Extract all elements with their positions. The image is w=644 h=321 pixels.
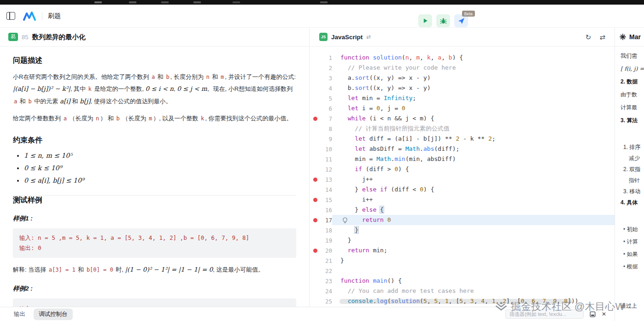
breakpoint-gutter[interactable] xyxy=(310,245,320,256)
code-text[interactable]: return min; xyxy=(332,245,615,256)
code-text[interactable]: if (diff > 0) { xyxy=(332,164,615,174)
breakpoint-gutter[interactable] xyxy=(310,164,320,174)
breakpoint-gutter[interactable] xyxy=(310,296,320,306)
line-number[interactable]: 24 xyxy=(320,288,332,295)
code-line[interactable]: 5 let min = Infinity; xyxy=(310,93,615,103)
breakpoint-gutter[interactable] xyxy=(310,174,320,184)
line-number[interactable]: 21 xyxy=(320,257,332,264)
close-panel-icon[interactable]: ✕ xyxy=(602,311,606,317)
code-text[interactable]: b.sort((x, y) => x - y) xyxy=(332,83,615,93)
code-text[interactable]: i++ xyxy=(332,195,615,205)
breakpoint-gutter[interactable] xyxy=(310,144,320,154)
code-text[interactable]: while (i < n && j < m) { xyxy=(332,113,615,124)
line-number[interactable]: 11 xyxy=(320,156,332,163)
code-text[interactable]: } xyxy=(332,256,615,266)
code-line[interactable]: 2 // Please write your code here xyxy=(310,63,615,73)
code-lines[interactable]: 1function solution(n, m, k, a, b) {2 // … xyxy=(310,47,615,307)
code-line[interactable]: 24 // You can add more test cases here xyxy=(310,286,615,296)
breakpoint-gutter[interactable] xyxy=(310,124,320,134)
line-number[interactable]: 25 xyxy=(320,298,332,305)
tab-debug-console[interactable]: 调试控制台 xyxy=(34,309,73,320)
line-number[interactable]: 5 xyxy=(320,95,332,102)
breakpoint-gutter[interactable] xyxy=(310,53,320,63)
breakpoint-gutter[interactable] xyxy=(310,93,320,103)
breakpoint-gutter[interactable] xyxy=(310,184,320,195)
line-number[interactable]: 18 xyxy=(320,227,332,234)
line-number[interactable]: 12 xyxy=(320,166,332,173)
code-line[interactable]: 14 } else if (diff < 0) { xyxy=(310,184,615,195)
code-text[interactable]: } else { xyxy=(332,205,615,215)
breakpoint-gutter[interactable] xyxy=(310,63,320,73)
breakpoint-gutter[interactable] xyxy=(310,215,320,225)
code-text[interactable]: function solution(n, m, k, a, b) { xyxy=(332,53,615,63)
line-number[interactable]: 8 xyxy=(320,125,332,132)
breakpoint-gutter[interactable] xyxy=(310,103,320,113)
code-text[interactable]: // 计算当前指针所指元素的公式值 xyxy=(332,124,615,134)
code-text[interactable] xyxy=(332,266,615,276)
line-number[interactable]: 22 xyxy=(320,268,332,274)
code-text[interactable]: return 0 xyxy=(332,215,615,225)
breakpoint-gutter[interactable] xyxy=(310,113,320,124)
language-switch-icon[interactable]: ⇄ xyxy=(366,34,371,40)
code-line[interactable]: 21} xyxy=(310,256,615,266)
breakpoint-gutter[interactable] xyxy=(310,235,320,245)
line-number[interactable]: 13 xyxy=(320,176,332,183)
code-line[interactable]: 4 b.sort((x, y) => x - y) xyxy=(310,83,615,93)
language-selector[interactable]: JavaScript xyxy=(331,34,363,41)
code-text[interactable]: let absDiff = Math.abs(diff); xyxy=(332,144,615,154)
line-number[interactable]: 19 xyxy=(320,237,332,244)
line-number[interactable]: 7 xyxy=(320,115,332,122)
code-line[interactable]: 3 a.sort((x, y) => x - y) xyxy=(310,73,615,83)
breakpoint-gutter[interactable] xyxy=(310,266,320,276)
code-text[interactable]: } xyxy=(332,225,615,235)
console-filter-input[interactable] xyxy=(505,309,584,319)
code-line[interactable]: 1function solution(n, m, k, a, b) { xyxy=(310,53,615,63)
line-number[interactable]: 14 xyxy=(320,186,332,193)
code-line[interactable]: 20 return min; xyxy=(310,245,615,256)
code-text[interactable]: // You can add more test cases here xyxy=(332,286,615,296)
code-line[interactable]: 19 } xyxy=(310,235,615,245)
breakpoint-dot[interactable] xyxy=(313,178,317,182)
code-line[interactable]: 9 let diff = (a[i] - b[j]) ** 2 - k ** 2… xyxy=(310,134,615,144)
breakpoint-gutter[interactable] xyxy=(310,256,320,266)
breakpoint-gutter[interactable] xyxy=(310,134,320,144)
line-number[interactable]: 6 xyxy=(320,105,332,112)
code-text[interactable]: function main() { xyxy=(332,276,615,286)
code-text[interactable]: min = Math.min(min, absDiff) xyxy=(332,154,615,164)
breakpoint-dot[interactable] xyxy=(313,117,317,121)
line-number[interactable]: 4 xyxy=(320,85,332,92)
code-line[interactable]: 6 let i = 0, j = 0 xyxy=(310,103,615,113)
code-line[interactable]: 7 while (i < n && j < m) { xyxy=(310,113,615,124)
code-line[interactable]: 13 j++ xyxy=(310,174,615,184)
code-line[interactable]: 23function main() { xyxy=(310,276,615,286)
sidebar-toggle-icon[interactable] xyxy=(6,12,15,20)
code-text[interactable]: } xyxy=(332,235,615,245)
breakpoint-gutter[interactable] xyxy=(310,83,320,93)
code-line[interactable]: 16 } else { xyxy=(310,205,615,215)
code-text[interactable]: } else if (diff < 0) { xyxy=(332,184,615,195)
line-number[interactable]: 15 xyxy=(320,196,332,203)
code-text[interactable]: j++ xyxy=(332,174,615,184)
breakpoint-gutter[interactable] xyxy=(310,286,320,296)
line-number[interactable]: 16 xyxy=(320,207,332,214)
code-line[interactable]: 15 i++ xyxy=(310,195,615,205)
code-line[interactable]: 12 if (diff > 0) { xyxy=(310,164,615,174)
reset-code-icon[interactable]: ↻ xyxy=(585,34,591,41)
compare-code-icon[interactable]: ⇄ xyxy=(599,34,605,41)
line-number[interactable]: 17 xyxy=(320,217,332,224)
code-text[interactable]: let diff = (a[i] - b[j]) ** 2 - k ** 2; xyxy=(332,134,615,144)
line-number[interactable]: 10 xyxy=(320,146,332,153)
debug-button[interactable] xyxy=(436,14,450,27)
line-number[interactable]: 20 xyxy=(320,247,332,254)
breakpoint-gutter[interactable] xyxy=(310,154,320,164)
line-number[interactable]: 23 xyxy=(320,278,332,285)
breakpoint-gutter[interactable] xyxy=(310,225,320,235)
breakpoint-dot[interactable] xyxy=(313,198,317,202)
breakpoint-gutter[interactable] xyxy=(310,195,320,205)
line-number[interactable]: 2 xyxy=(320,65,332,71)
code-line[interactable]: 10 let absDiff = Math.abs(diff); xyxy=(310,144,615,154)
submit-button[interactable]: Beta xyxy=(454,14,468,27)
tab-output[interactable]: 输出 xyxy=(14,310,25,318)
code-line[interactable]: 8 // 计算当前指针所指元素的公式值 xyxy=(310,124,615,134)
run-button[interactable] xyxy=(418,14,432,27)
